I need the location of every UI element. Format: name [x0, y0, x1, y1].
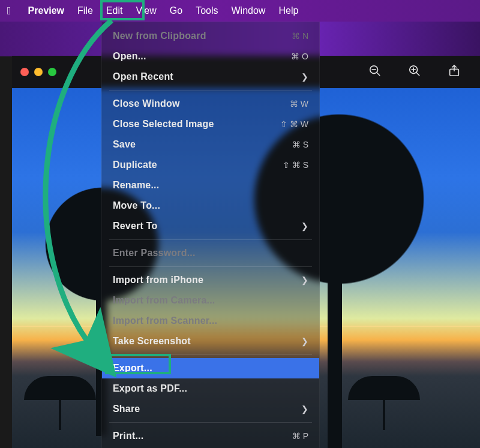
toolbar-right	[368, 56, 461, 88]
menu-item-save[interactable]: Save ⌘ S	[102, 134, 319, 155]
file-menu-dropdown: New from Clipboard ⌘ N Open... ⌘ O Open …	[101, 22, 320, 448]
menu-item-import-from-camera: Import from Camera...	[102, 290, 319, 311]
menu-item-take-screenshot[interactable]: Take Screenshot ❯	[102, 331, 319, 351]
chevron-right-icon: ❯	[301, 220, 308, 233]
menu-item-revert-to[interactable]: Revert To ❯	[102, 216, 319, 236]
menu-item-import-from-scanner: Import from Scanner...	[102, 311, 319, 331]
menu-item-print[interactable]: Print... ⌘ P	[102, 426, 319, 446]
zoom-out-icon[interactable]	[368, 64, 382, 80]
chevron-right-icon: ❯	[301, 273, 308, 287]
menu-item-new-from-clipboard: New from Clipboard ⌘ N	[102, 26, 319, 46]
chevron-right-icon: ❯	[301, 402, 308, 416]
menu-bar:  Preview File Edit View Go Tools Window…	[0, 0, 480, 22]
menu-item-close-selected-image[interactable]: Close Selected Image ⇧ ⌘ W	[102, 114, 319, 134]
traffic-lights	[20, 68, 56, 76]
apple-menu-icon[interactable]: 	[7, 5, 11, 17]
fullscreen-window-button[interactable]	[48, 68, 56, 76]
close-window-button[interactable]	[20, 68, 29, 76]
menu-window[interactable]: Window	[232, 5, 266, 16]
menu-item-enter-password: Enter Password...	[102, 243, 319, 263]
menu-item-close-window[interactable]: Close Window ⌘ W	[102, 94, 319, 114]
share-icon[interactable]	[448, 64, 461, 80]
menu-item-export-as-pdf[interactable]: Export as PDF...	[102, 378, 319, 399]
menu-item-share[interactable]: Share ❯	[102, 399, 319, 419]
minimize-window-button[interactable]	[34, 68, 43, 76]
svg-line-1	[377, 73, 380, 76]
menu-item-duplicate[interactable]: Duplicate ⇧ ⌘ S	[102, 155, 319, 175]
menu-item-import-from-iphone[interactable]: Import from iPhone ❯	[102, 270, 319, 290]
menu-file[interactable]: File	[77, 5, 93, 16]
menu-item-move-to[interactable]: Move To...	[102, 196, 319, 216]
menu-item-open[interactable]: Open... ⌘ O	[102, 46, 319, 67]
svg-line-4	[416, 73, 420, 76]
app-menu[interactable]: Preview	[28, 5, 64, 16]
menu-item-open-recent[interactable]: Open Recent ❯	[102, 67, 319, 87]
menu-go[interactable]: Go	[170, 5, 182, 16]
menu-item-export[interactable]: Export...	[102, 358, 319, 378]
menu-edit[interactable]: Edit	[106, 5, 123, 16]
chevron-right-icon: ❯	[301, 70, 308, 83]
menu-view[interactable]: View	[136, 5, 156, 16]
menu-help[interactable]: Help	[278, 5, 298, 16]
zoom-in-icon[interactable]	[408, 64, 421, 80]
menu-tools[interactable]: Tools	[196, 5, 218, 16]
menu-item-rename[interactable]: Rename...	[102, 175, 319, 196]
chevron-right-icon: ❯	[301, 335, 308, 348]
